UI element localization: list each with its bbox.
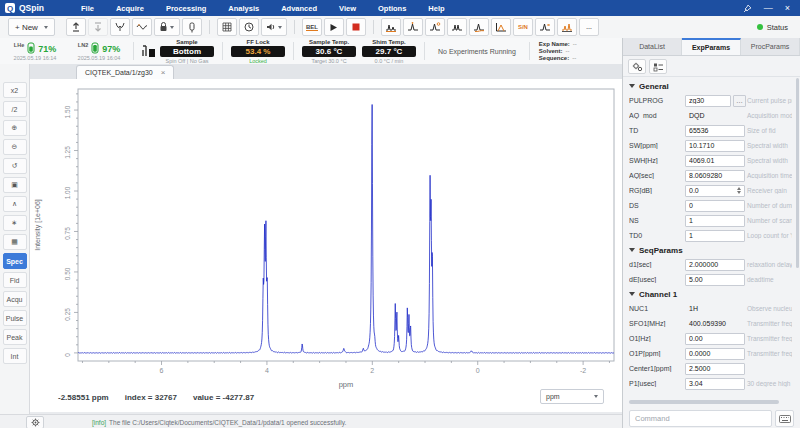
new-experiment-button[interactable]: + New (8, 18, 55, 36)
peak-pick-button[interactable] (403, 18, 423, 36)
param-input[interactable] (685, 140, 745, 152)
half-button[interactable]: /2 (3, 101, 27, 117)
integral-icon (473, 22, 485, 32)
spectrum-plot[interactable]: 6420-200.250.500.751.001.251.50ppmIntens… (30, 79, 622, 391)
tab-close-icon[interactable]: × (161, 68, 166, 77)
sample-status: Sample Bottom Spin Off | No Gas (157, 39, 217, 64)
svg-text:0.25: 0.25 (64, 308, 71, 321)
minimize-button[interactable]: — (764, 0, 773, 16)
param-section-header[interactable]: General (629, 79, 792, 93)
zoom-out-button[interactable]: ⊖ (3, 139, 27, 155)
svg-text:1.25: 1.25 (64, 146, 71, 159)
keyboard-button[interactable] (775, 410, 794, 427)
more-tools-button[interactable]: … (579, 18, 599, 36)
signal-noise-button[interactable]: S/N (513, 18, 533, 36)
acqu-button[interactable]: Acqu (3, 291, 27, 307)
probe-button[interactable] (182, 18, 202, 36)
tab-expparams[interactable]: ExpParams (682, 38, 741, 55)
param-input[interactable] (685, 185, 745, 197)
overlay-spectra-button[interactable] (557, 18, 577, 36)
zoom-in-button[interactable]: ⊕ (3, 120, 27, 136)
svg-text:2: 2 (370, 367, 374, 374)
browse-button[interactable]: … (733, 95, 746, 107)
param-input[interactable] (685, 215, 745, 227)
menu-item-analysis[interactable]: Analysis (217, 4, 270, 13)
param-input[interactable] (685, 333, 745, 345)
bel-button[interactable]: BEL (302, 18, 322, 36)
start-acquisition-button[interactable] (324, 18, 344, 36)
menu-item-file[interactable]: File (70, 4, 105, 13)
param-input[interactable] (685, 363, 745, 375)
wobble-icon (115, 22, 125, 32)
tab-procparams[interactable]: ProcParams (741, 38, 800, 55)
close-button[interactable]: × (785, 0, 790, 16)
menu-item-advanced[interactable]: Advanced (270, 4, 328, 13)
sound-button[interactable] (261, 18, 287, 36)
queue-button[interactable] (217, 18, 237, 36)
tune-match-button[interactable] (110, 18, 130, 36)
param-name: P1[usec] (629, 380, 685, 387)
status-indicator[interactable]: Status (757, 23, 800, 32)
fid-button[interactable]: Fid (3, 272, 27, 288)
zoom-reset-button[interactable]: ↺ (3, 158, 27, 174)
sample-temp-status: Sample Temp. 30.6 °C Target 30.0 °C (299, 39, 359, 64)
param-view-button[interactable] (649, 59, 667, 74)
sample-eject-button[interactable] (88, 18, 108, 36)
pin-icon[interactable] (743, 4, 752, 13)
menu-item-acquire[interactable]: Acquire (105, 4, 155, 13)
strip-separator (133, 42, 134, 60)
spec-button[interactable]: Spec (3, 253, 27, 269)
param-section-header[interactable]: Channel 1 (629, 287, 792, 301)
fit-button[interactable]: ▣ (3, 177, 27, 193)
play-icon (329, 23, 338, 32)
lock-button[interactable] (154, 18, 180, 36)
integrate-button[interactable] (469, 18, 489, 36)
apk-button[interactable] (535, 18, 555, 36)
main-toolbar: + New (0, 16, 800, 39)
param-input[interactable] (685, 378, 745, 390)
int-button[interactable]: Int (3, 348, 27, 364)
peak-button[interactable]: Peak (3, 329, 27, 345)
param-input[interactable] (685, 125, 745, 137)
param-input[interactable] (685, 95, 731, 107)
param-description: Transmitter frequency offset (743, 350, 792, 357)
toolbar-separator (209, 20, 210, 34)
stop-acquisition-button[interactable] (346, 18, 366, 36)
menu-item-view[interactable]: View (328, 4, 367, 13)
pulse-button[interactable]: Pulse (3, 310, 27, 326)
param-config-button[interactable] (628, 59, 646, 74)
tab-datalist[interactable]: DataList (623, 38, 682, 55)
timer-button[interactable] (239, 18, 259, 36)
command-row (623, 404, 800, 427)
param-scrollbar[interactable] (796, 78, 799, 268)
command-input[interactable] (629, 410, 772, 427)
menu-item-options[interactable]: Options (367, 4, 417, 13)
more-icon: … (586, 24, 592, 30)
baseline-correct-button[interactable] (381, 18, 401, 36)
param-input[interactable] (685, 230, 745, 242)
param-input[interactable] (685, 155, 745, 167)
unit-select[interactable]: ppm (540, 389, 604, 404)
menu-item-help[interactable]: Help (417, 4, 455, 13)
grid-view-button[interactable]: ▦ (3, 234, 27, 250)
param-input[interactable] (685, 170, 745, 182)
baseline-view-button[interactable]: ∧ (3, 196, 27, 212)
param-input[interactable] (685, 200, 745, 212)
x2-button[interactable]: x2 (3, 82, 27, 98)
calibrate-button[interactable] (491, 18, 511, 36)
param-section-header[interactable]: SeqParams (629, 243, 792, 257)
param-input[interactable] (685, 274, 745, 286)
cursor-index: index = 32767 (125, 393, 177, 402)
multiplet-button[interactable] (447, 18, 467, 36)
gear-icon (31, 418, 40, 427)
spinner-control[interactable] (737, 187, 741, 194)
param-input[interactable] (685, 348, 745, 360)
param-input[interactable] (685, 259, 745, 271)
log-settings-button[interactable] (26, 416, 44, 428)
menu-item-processing[interactable]: Processing (155, 4, 217, 13)
phase-correct-button[interactable] (425, 18, 445, 36)
spectrum-tab[interactable]: CIQTEK_Data/1/zg30 × (76, 65, 174, 79)
shim-button[interactable] (132, 18, 152, 36)
peaks-view-button[interactable]: ∗ (3, 215, 27, 231)
sample-insert-button[interactable] (66, 18, 86, 36)
